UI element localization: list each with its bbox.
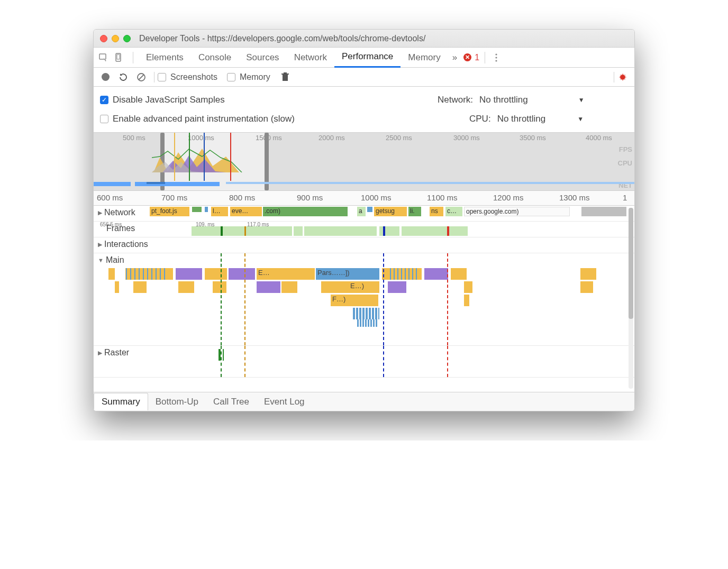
tab-bottom-up[interactable]: Bottom-Up bbox=[148, 393, 206, 410]
disable-samples-checkbox[interactable]: ✓ bbox=[100, 96, 108, 104]
track-network[interactable]: ▶Network pt_foot.js l… eve… .com) a gets… bbox=[94, 206, 634, 222]
marker bbox=[189, 133, 190, 181]
svg-rect-10 bbox=[284, 72, 287, 74]
network-bar[interactable]: eve… bbox=[230, 207, 262, 216]
overview-cpu-chart bbox=[152, 146, 263, 172]
tab-sources[interactable]: Sources bbox=[239, 48, 286, 68]
overview-tick: 1000 ms bbox=[188, 134, 214, 142]
svg-rect-2 bbox=[117, 54, 120, 59]
chevron-right-icon: ▶ bbox=[98, 350, 102, 356]
network-throttle-label: Network: bbox=[438, 95, 473, 105]
reload-button[interactable] bbox=[118, 72, 129, 82]
capture-settings: ✓ Disable JavaScript Samples Network: No… bbox=[94, 87, 634, 133]
marker-line bbox=[244, 253, 245, 345]
maximize-window-button[interactable] bbox=[123, 35, 131, 42]
svg-rect-0 bbox=[99, 54, 106, 59]
tab-event-log[interactable]: Event Log bbox=[257, 393, 312, 410]
tab-memory[interactable]: Memory bbox=[401, 48, 448, 68]
memory-checkbox[interactable] bbox=[227, 73, 235, 81]
details-tabs: Summary Bottom-Up Call Tree Event Log bbox=[94, 392, 634, 411]
chevron-down-icon: ▼ bbox=[98, 257, 104, 263]
frame-bar[interactable] bbox=[402, 226, 468, 236]
frame-bar[interactable] bbox=[379, 226, 399, 236]
vertical-scrollbar[interactable] bbox=[629, 208, 633, 389]
error-count[interactable]: 1 bbox=[475, 53, 479, 62]
network-bar[interactable]: l… bbox=[211, 207, 228, 216]
network-bar[interactable] bbox=[205, 207, 208, 212]
error-icon[interactable]: ✕ bbox=[463, 53, 471, 61]
chevron-down-icon: ▼ bbox=[578, 96, 585, 104]
more-tabs[interactable]: » bbox=[448, 48, 461, 68]
network-throttle-select[interactable]: No throttling ▼ bbox=[479, 95, 585, 105]
marker-line bbox=[221, 253, 222, 345]
flame-chart-area: 600 ms 700 ms 800 ms 900 ms 1000 ms 1100… bbox=[94, 191, 634, 392]
kebab-menu-icon[interactable] bbox=[490, 52, 502, 63]
overview-net bbox=[94, 182, 634, 187]
enable-paint-label: Enable advanced paint instrumentation (s… bbox=[113, 114, 295, 124]
svg-point-4 bbox=[495, 57, 497, 58]
svg-line-7 bbox=[139, 75, 144, 80]
marker bbox=[174, 133, 175, 181]
marker-line bbox=[447, 253, 448, 345]
divider bbox=[154, 72, 154, 82]
tab-elements[interactable]: Elements bbox=[139, 48, 191, 68]
tab-summary[interactable]: Summary bbox=[94, 393, 148, 410]
marker bbox=[204, 133, 205, 181]
track-frames[interactable]: Frames 656.5 ms 109. ms 117.0 ms bbox=[94, 222, 634, 237]
record-button[interactable] bbox=[100, 72, 111, 82]
frame-marker bbox=[447, 226, 449, 236]
track-raster[interactable]: ▶Raster bbox=[94, 346, 634, 378]
marker-line bbox=[383, 253, 384, 345]
overview-timeline[interactable]: 500 ms 1000 ms 1500 ms 2000 ms 2500 ms 3… bbox=[94, 133, 634, 191]
track-main[interactable]: ▼Main E… Pars……]) bbox=[94, 253, 634, 346]
network-bar[interactable] bbox=[192, 207, 202, 212]
svg-rect-8 bbox=[283, 75, 288, 81]
network-bar[interactable]: pt_foot.js bbox=[150, 207, 189, 216]
cpu-throttle-label: CPU: bbox=[469, 114, 491, 124]
tab-console[interactable]: Console bbox=[191, 48, 239, 68]
chevron-right-icon: ▶ bbox=[98, 241, 102, 248]
tab-performance[interactable]: Performance bbox=[334, 48, 401, 68]
enable-paint-checkbox[interactable] bbox=[100, 115, 108, 123]
scrollbar-thumb[interactable] bbox=[629, 208, 633, 319]
inspect-icon[interactable] bbox=[98, 52, 110, 63]
chevron-right-icon: ▶ bbox=[98, 209, 102, 216]
clear-button[interactable] bbox=[136, 72, 147, 82]
network-bar[interactable]: a bbox=[357, 207, 366, 216]
memory-label: Memory bbox=[240, 72, 270, 82]
frame-marker bbox=[221, 226, 223, 236]
flame-chart[interactable]: E… Pars……]) E…) F…) bbox=[94, 256, 628, 345]
minimize-window-button[interactable] bbox=[112, 35, 119, 42]
device-toggle-icon[interactable] bbox=[113, 52, 124, 63]
tab-call-tree[interactable]: Call Tree bbox=[206, 393, 257, 410]
divider bbox=[133, 52, 133, 63]
close-window-button[interactable] bbox=[100, 35, 107, 42]
cpu-throttle-select[interactable]: No throttling ▼ bbox=[497, 114, 584, 124]
window: Developer Tools - https://developers.goo… bbox=[93, 29, 635, 411]
settings-gear-icon[interactable] bbox=[617, 72, 628, 82]
frame-marker bbox=[383, 226, 385, 236]
track-interactions[interactable]: ▶Interactions bbox=[94, 237, 634, 253]
network-bar[interactable] bbox=[367, 207, 372, 212]
svg-rect-9 bbox=[281, 74, 289, 75]
svg-point-3 bbox=[495, 53, 497, 55]
network-bar[interactable] bbox=[581, 207, 626, 216]
divider bbox=[485, 52, 485, 63]
network-bar[interactable]: ns bbox=[430, 207, 443, 216]
network-bar[interactable]: c… bbox=[445, 207, 462, 216]
screenshots-checkbox[interactable] bbox=[158, 73, 166, 81]
detail-ruler[interactable]: 600 ms 700 ms 800 ms 900 ms 1000 ms 1100… bbox=[94, 191, 634, 206]
trash-icon[interactable] bbox=[280, 72, 290, 82]
raster-bar[interactable] bbox=[223, 349, 224, 361]
screenshots-label: Screenshots bbox=[170, 72, 217, 82]
performance-toolbar: Screenshots Memory bbox=[94, 68, 634, 87]
frame-bar[interactable] bbox=[192, 226, 377, 236]
network-bar[interactable]: .com) bbox=[263, 207, 348, 216]
network-bar[interactable]: opers.google.com) bbox=[464, 207, 570, 216]
tab-network[interactable]: Network bbox=[287, 48, 334, 68]
panel-tabstrip: Elements Console Sources Network Perform… bbox=[94, 48, 634, 68]
network-bar[interactable]: li. bbox=[408, 207, 421, 216]
svg-point-5 bbox=[495, 60, 497, 61]
network-bar[interactable]: getsug bbox=[374, 207, 407, 216]
chevron-down-icon: ▼ bbox=[577, 115, 584, 123]
